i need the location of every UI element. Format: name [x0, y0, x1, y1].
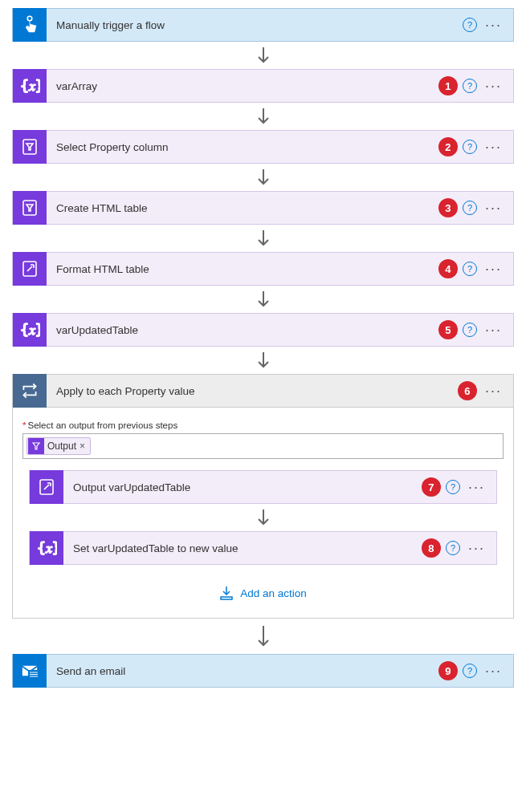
step-badge: 7: [422, 477, 441, 497]
arrow-connector: [12, 225, 514, 252]
help-icon[interactable]: ?: [463, 79, 477, 93]
arrow-connector: [12, 164, 514, 191]
help-icon[interactable]: ?: [463, 262, 477, 276]
loop-icon: [13, 374, 47, 408]
table-icon: [13, 191, 47, 225]
more-icon[interactable]: ···: [482, 18, 505, 32]
more-icon[interactable]: ···: [482, 79, 505, 93]
compose-icon: [30, 470, 63, 504]
more-icon[interactable]: ···: [482, 262, 505, 276]
arrow-connector: [12, 286, 514, 313]
step-badge: 4: [438, 259, 458, 278]
more-icon[interactable]: ···: [465, 541, 488, 555]
variable-icon: [13, 313, 47, 347]
touch-icon: [13, 8, 47, 42]
step-set-varupdated[interactable]: Set varUpdatedTable to new value 8 ? ···: [29, 531, 497, 565]
more-icon[interactable]: ···: [482, 201, 505, 215]
step-title: varUpdatedTable: [47, 324, 438, 336]
step-badge: 8: [422, 538, 441, 558]
more-icon[interactable]: ···: [482, 140, 505, 154]
mail-icon: [13, 654, 47, 688]
step-title: Create HTML table: [47, 202, 438, 214]
step-varupdatedtable[interactable]: varUpdatedTable 5 ? ···: [12, 313, 514, 347]
field-label: *Select an output from previous steps: [22, 420, 504, 430]
step-apply-to-each: Apply to each Property value 6 ··· *Sele…: [12, 374, 514, 619]
add-action-button[interactable]: Add an action: [22, 565, 504, 608]
help-icon[interactable]: ?: [446, 541, 460, 555]
step-title: Send an email: [47, 665, 438, 677]
output-chip[interactable]: Output ×: [27, 437, 91, 455]
more-icon[interactable]: ···: [465, 480, 488, 494]
output-field[interactable]: Output ×: [22, 433, 504, 459]
step-trigger[interactable]: Manually trigger a flow ? ···: [12, 8, 514, 42]
more-icon[interactable]: ···: [482, 323, 505, 337]
arrow-connector: [12, 619, 514, 654]
step-format-html[interactable]: Format HTML table 4 ? ···: [12, 252, 514, 286]
step-apply-header[interactable]: Apply to each Property value 6 ···: [12, 374, 514, 408]
select-icon: [28, 438, 44, 454]
help-icon[interactable]: ?: [463, 140, 477, 154]
variable-icon: [13, 69, 47, 103]
help-icon[interactable]: ?: [463, 664, 477, 678]
step-badge: 5: [438, 320, 458, 339]
help-icon[interactable]: ?: [446, 480, 460, 494]
step-title: Format HTML table: [47, 263, 438, 275]
arrow-connector: [12, 42, 514, 69]
more-icon[interactable]: ···: [482, 384, 505, 398]
compose-icon: [13, 252, 47, 286]
chip-remove-icon[interactable]: ×: [80, 441, 85, 452]
step-vararray[interactable]: varArray 1 ? ···: [12, 69, 514, 103]
step-title: Output varUpdatedTable: [63, 481, 422, 493]
variable-icon: [30, 531, 63, 565]
select-icon: [13, 130, 47, 164]
arrow-connector: [12, 347, 514, 374]
step-create-html[interactable]: Create HTML table 3 ? ···: [12, 191, 514, 225]
step-badge: 6: [458, 381, 477, 400]
help-icon[interactable]: ?: [463, 323, 477, 337]
arrow-connector: [29, 504, 497, 531]
help-icon[interactable]: ?: [463, 18, 477, 32]
step-badge: 9: [438, 661, 458, 680]
chip-label: Output: [47, 441, 76, 452]
step-title: Manually trigger a flow: [47, 19, 463, 31]
step-title: Apply to each Property value: [47, 385, 458, 397]
step-badge: 2: [438, 137, 458, 156]
step-badge: 1: [438, 76, 458, 95]
step-output-varupdated[interactable]: Output varUpdatedTable 7 ? ···: [29, 470, 497, 504]
add-action-label: Add an action: [240, 587, 307, 599]
arrow-connector: [12, 103, 514, 130]
step-select-property[interactable]: Select Property column 2 ? ···: [12, 130, 514, 164]
step-badge: 3: [438, 198, 458, 217]
step-title: Set varUpdatedTable to new value: [63, 542, 422, 554]
step-title: Select Property column: [47, 141, 438, 153]
more-icon[interactable]: ···: [482, 664, 505, 678]
step-title: varArray: [47, 80, 438, 92]
step-send-email[interactable]: Send an email 9 ? ···: [12, 654, 514, 688]
help-icon[interactable]: ?: [463, 201, 477, 215]
